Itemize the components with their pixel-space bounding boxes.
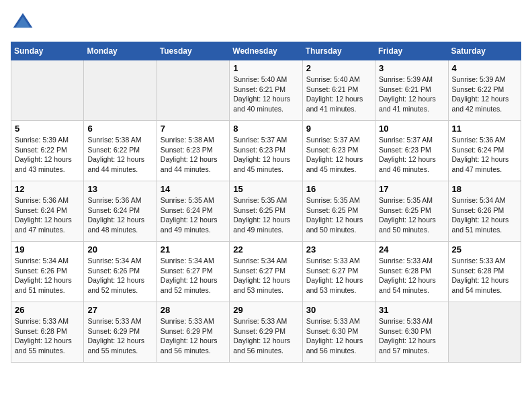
day-number: 19 <box>15 244 80 255</box>
day-info: Sunrise: 5:38 AM Sunset: 6:22 PM Dayligh… <box>87 135 152 175</box>
daylight-text: Daylight: 12 hours and 53 minutes. <box>306 276 363 294</box>
day-number: 11 <box>452 124 517 134</box>
day-number: 25 <box>452 244 517 255</box>
day-number: 16 <box>306 184 371 194</box>
sunset-text: Sunset: 6:23 PM <box>161 146 213 154</box>
daylight-text: Daylight: 12 hours and 54 minutes. <box>379 276 436 294</box>
sunset-text: Sunset: 6:26 PM <box>87 267 140 275</box>
sunset-text: Sunset: 6:27 PM <box>306 267 359 275</box>
sunset-text: Sunset: 6:27 PM <box>161 267 213 275</box>
day-info: Sunrise: 5:33 AM Sunset: 6:28 PM Dayligh… <box>452 256 517 295</box>
calendar-cell: 13 Sunrise: 5:36 AM Sunset: 6:24 PM Dayl… <box>84 181 157 242</box>
day-number: 2 <box>306 63 371 73</box>
sunset-text: Sunset: 6:25 PM <box>379 206 431 214</box>
daylight-text: Daylight: 12 hours and 41 minutes. <box>379 95 436 113</box>
daylight-text: Daylight: 12 hours and 41 minutes. <box>306 95 363 113</box>
day-info: Sunrise: 5:39 AM Sunset: 6:22 PM Dayligh… <box>15 135 80 175</box>
sunset-text: Sunset: 6:23 PM <box>379 146 431 154</box>
daylight-text: Daylight: 12 hours and 51 minutes. <box>452 216 509 234</box>
daylight-text: Daylight: 12 hours and 51 minutes. <box>15 276 72 294</box>
calendar-cell: 3 Sunrise: 5:39 AM Sunset: 6:21 PM Dayli… <box>375 60 448 121</box>
sunrise-text: Sunrise: 5:33 AM <box>452 257 506 265</box>
daylight-text: Daylight: 12 hours and 47 minutes. <box>452 155 509 173</box>
day-number: 7 <box>161 124 226 134</box>
calendar-cell: 25 Sunrise: 5:33 AM Sunset: 6:28 PM Dayl… <box>448 242 521 302</box>
sunset-text: Sunset: 6:25 PM <box>306 206 359 214</box>
day-info: Sunrise: 5:36 AM Sunset: 6:24 PM Dayligh… <box>87 195 152 235</box>
sunset-text: Sunset: 6:28 PM <box>379 267 431 275</box>
calendar-cell: 21 Sunrise: 5:34 AM Sunset: 6:27 PM Dayl… <box>157 242 229 302</box>
day-number: 20 <box>87 244 152 255</box>
calendar-cell <box>448 302 521 363</box>
calendar-cell: 6 Sunrise: 5:38 AM Sunset: 6:22 PM Dayli… <box>84 121 157 181</box>
calendar-cell: 24 Sunrise: 5:33 AM Sunset: 6:28 PM Dayl… <box>375 242 448 302</box>
sunset-text: Sunset: 6:22 PM <box>452 85 504 93</box>
day-info: Sunrise: 5:36 AM Sunset: 6:24 PM Dayligh… <box>15 195 80 235</box>
calendar-cell: 1 Sunrise: 5:40 AM Sunset: 6:21 PM Dayli… <box>230 60 302 121</box>
calendar-cell: 27 Sunrise: 5:33 AM Sunset: 6:29 PM Dayl… <box>84 302 157 363</box>
day-number: 18 <box>452 184 517 194</box>
day-number: 21 <box>161 244 226 255</box>
sunset-text: Sunset: 6:22 PM <box>87 146 140 154</box>
weekday-header: Monday <box>84 42 157 60</box>
day-info: Sunrise: 5:39 AM Sunset: 6:21 PM Dayligh… <box>379 75 444 114</box>
calendar-cell <box>84 60 157 121</box>
sunrise-text: Sunrise: 5:39 AM <box>15 136 69 144</box>
sunrise-text: Sunrise: 5:33 AM <box>161 317 214 325</box>
day-number: 12 <box>15 184 80 194</box>
sunset-text: Sunset: 6:26 PM <box>15 267 67 275</box>
sunset-text: Sunset: 6:24 PM <box>161 206 213 214</box>
day-number: 28 <box>161 305 226 315</box>
sunset-text: Sunset: 6:25 PM <box>233 206 285 214</box>
day-info: Sunrise: 5:35 AM Sunset: 6:25 PM Dayligh… <box>379 195 444 235</box>
calendar-week-row: 26 Sunrise: 5:33 AM Sunset: 6:28 PM Dayl… <box>11 302 521 363</box>
day-number: 26 <box>15 305 80 315</box>
day-number: 24 <box>379 244 444 255</box>
calendar-cell: 11 Sunrise: 5:36 AM Sunset: 6:24 PM Dayl… <box>448 121 521 181</box>
calendar-cell: 7 Sunrise: 5:38 AM Sunset: 6:23 PM Dayli… <box>157 121 229 181</box>
day-number: 1 <box>233 63 298 73</box>
daylight-text: Daylight: 12 hours and 45 minutes. <box>306 155 363 173</box>
daylight-text: Daylight: 12 hours and 40 minutes. <box>233 95 290 113</box>
weekday-header: Sunday <box>11 42 84 60</box>
sunrise-text: Sunrise: 5:33 AM <box>379 257 433 265</box>
sunrise-text: Sunrise: 5:34 AM <box>15 257 69 265</box>
sunrise-text: Sunrise: 5:37 AM <box>306 136 360 144</box>
day-info: Sunrise: 5:35 AM Sunset: 6:24 PM Dayligh… <box>161 195 226 235</box>
calendar-cell: 23 Sunrise: 5:33 AM Sunset: 6:27 PM Dayl… <box>302 242 375 302</box>
sunrise-text: Sunrise: 5:35 AM <box>233 196 287 204</box>
calendar-cell: 15 Sunrise: 5:35 AM Sunset: 6:25 PM Dayl… <box>230 181 302 242</box>
day-number: 29 <box>233 305 298 315</box>
calendar-cell: 28 Sunrise: 5:33 AM Sunset: 6:29 PM Dayl… <box>157 302 229 363</box>
day-number: 23 <box>306 244 371 255</box>
day-number: 6 <box>87 124 152 134</box>
day-number: 9 <box>306 124 371 134</box>
sunset-text: Sunset: 6:30 PM <box>379 327 431 335</box>
daylight-text: Daylight: 12 hours and 42 minutes. <box>452 95 509 113</box>
weekday-header-row: SundayMondayTuesdayWednesdayThursdayFrid… <box>11 42 521 60</box>
sunset-text: Sunset: 6:29 PM <box>87 327 140 335</box>
calendar-cell: 29 Sunrise: 5:33 AM Sunset: 6:29 PM Dayl… <box>230 302 302 363</box>
day-info: Sunrise: 5:33 AM Sunset: 6:27 PM Dayligh… <box>306 256 371 295</box>
day-info: Sunrise: 5:37 AM Sunset: 6:23 PM Dayligh… <box>306 135 371 175</box>
day-number: 17 <box>379 184 444 194</box>
weekday-header: Friday <box>375 42 448 60</box>
day-info: Sunrise: 5:40 AM Sunset: 6:21 PM Dayligh… <box>233 75 298 114</box>
sunset-text: Sunset: 6:24 PM <box>15 206 67 214</box>
logo <box>11 11 38 35</box>
sunrise-text: Sunrise: 5:36 AM <box>15 196 69 204</box>
sunset-text: Sunset: 6:21 PM <box>233 85 285 93</box>
daylight-text: Daylight: 12 hours and 52 minutes. <box>87 276 144 294</box>
calendar-cell: 19 Sunrise: 5:34 AM Sunset: 6:26 PM Dayl… <box>11 242 84 302</box>
calendar-week-row: 19 Sunrise: 5:34 AM Sunset: 6:26 PM Dayl… <box>11 242 521 302</box>
sunrise-text: Sunrise: 5:33 AM <box>233 317 287 325</box>
day-info: Sunrise: 5:33 AM Sunset: 6:29 PM Dayligh… <box>87 316 152 356</box>
weekday-header: Wednesday <box>230 42 302 60</box>
daylight-text: Daylight: 12 hours and 55 minutes. <box>87 336 144 355</box>
sunrise-text: Sunrise: 5:34 AM <box>233 257 287 265</box>
sunset-text: Sunset: 6:29 PM <box>161 327 213 335</box>
daylight-text: Daylight: 12 hours and 43 minutes. <box>15 155 72 173</box>
calendar-week-row: 12 Sunrise: 5:36 AM Sunset: 6:24 PM Dayl… <box>11 181 521 242</box>
sunrise-text: Sunrise: 5:40 AM <box>233 75 287 83</box>
day-number: 13 <box>87 184 152 194</box>
